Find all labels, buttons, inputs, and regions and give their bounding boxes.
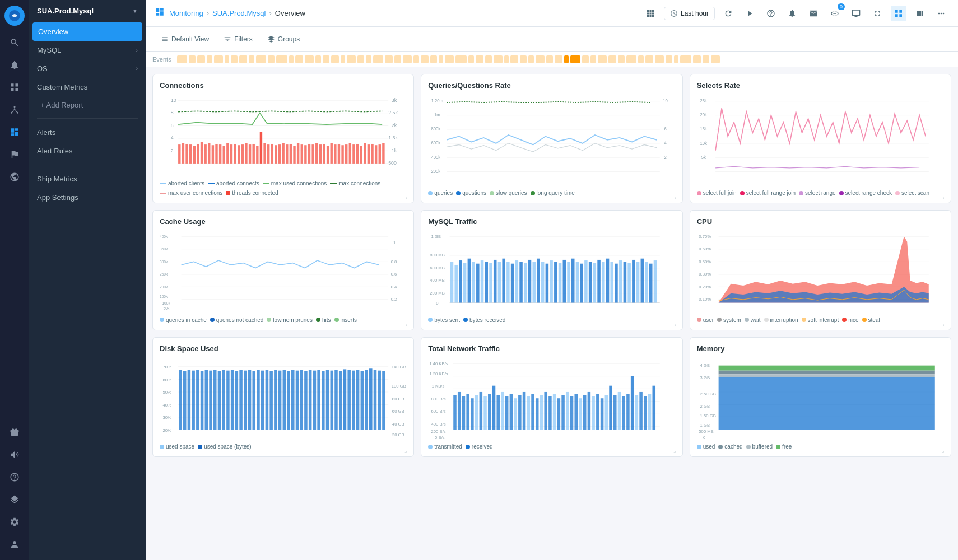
- nav-user-icon[interactable]: [4, 534, 25, 554]
- svg-rect-294: [527, 396, 531, 430]
- nav-gift-icon[interactable]: [4, 422, 25, 442]
- svg-rect-156: [537, 259, 541, 303]
- nav-dashboard-icon[interactable]: [4, 122, 25, 142]
- svg-rect-238: [278, 370, 282, 430]
- columns-btn[interactable]: [912, 6, 928, 21]
- sidebar-item-alert-rules[interactable]: Alert Rules: [29, 142, 146, 160]
- sidebar-item-os-label: OS: [37, 64, 48, 73]
- chart-connections-area: 10 8 6 4 2 3k 2.5k 2k 1.5k 1k 500: [160, 94, 407, 176]
- nav-layers-icon[interactable]: [4, 489, 25, 510]
- chart-mysql-traffic-legend: bytes sent bytes received: [428, 317, 675, 323]
- svg-rect-182: [649, 264, 653, 303]
- chart-cpu-resize[interactable]: ⌟: [942, 321, 948, 328]
- time-range-label: Last hour: [681, 10, 709, 17]
- svg-text:70%: 70%: [163, 365, 172, 370]
- more-options-btn[interactable]: [933, 6, 949, 21]
- breadcrumb-instance[interactable]: SUA.Prod.Mysql: [212, 9, 266, 17]
- sidebar-item-app-settings[interactable]: App Settings: [29, 188, 146, 207]
- sidebar-item-alerts[interactable]: Alerts: [29, 123, 146, 142]
- chart-cache-area: 400k 350k 300k 250k 200k 150k 100k 50k 0…: [160, 230, 407, 312]
- svg-rect-144: [485, 262, 489, 303]
- chart-queries-resize[interactable]: ⌟: [673, 194, 680, 200]
- svg-text:350k: 350k: [160, 247, 168, 251]
- svg-rect-243: [300, 370, 303, 430]
- svg-rect-311: [601, 398, 604, 430]
- filters-btn[interactable]: Filters: [217, 32, 259, 46]
- svg-rect-258: [365, 370, 368, 430]
- chart-disk-resize[interactable]: ⌟: [404, 447, 411, 454]
- svg-rect-44: [263, 143, 266, 164]
- svg-text:4 GB: 4 GB: [700, 363, 710, 368]
- svg-text:600 B/s: 600 B/s: [431, 409, 446, 414]
- groups-btn[interactable]: Groups: [261, 32, 306, 46]
- svg-rect-171: [602, 262, 605, 303]
- svg-rect-177: [628, 263, 631, 303]
- svg-text:800 B/s: 800 B/s: [431, 396, 446, 401]
- refresh-btn[interactable]: [720, 6, 736, 21]
- nav-grid-icon[interactable]: [4, 77, 25, 97]
- grid-view-btn[interactable]: [891, 6, 906, 21]
- svg-rect-63: [334, 144, 336, 164]
- time-range-selector[interactable]: Last hour: [664, 7, 715, 20]
- nav-alerts-icon[interactable]: [4, 55, 25, 75]
- app-logo[interactable]: [4, 6, 25, 26]
- sidebar-expand-icon[interactable]: ▼: [132, 8, 138, 14]
- svg-text:0.20%: 0.20%: [699, 284, 711, 290]
- svg-rect-223: [213, 370, 217, 430]
- desktop-btn[interactable]: [848, 6, 864, 21]
- svg-text:20 GB: 20 GB: [392, 432, 404, 437]
- sidebar-item-os[interactable]: OS ›: [29, 59, 146, 78]
- svg-rect-172: [606, 259, 610, 303]
- sidebar-item-ship-metrics[interactable]: Ship Metrics: [29, 170, 146, 188]
- svg-rect-289: [505, 396, 509, 430]
- chart-memory-resize[interactable]: ⌟: [942, 447, 948, 454]
- svg-rect-304: [570, 396, 574, 430]
- sidebar-add-report-btn[interactable]: + Add Report: [29, 96, 146, 114]
- svg-rect-234: [261, 370, 264, 430]
- notification-bell-btn[interactable]: [784, 6, 800, 21]
- svg-text:0.2: 0.2: [391, 297, 397, 302]
- chart-selects-resize[interactable]: ⌟: [942, 194, 948, 200]
- sidebar-item-overview[interactable]: Overview: [32, 22, 142, 41]
- svg-rect-244: [304, 371, 308, 430]
- sidebar-item-mysql[interactable]: MySQL ›: [29, 41, 146, 59]
- chart-cpu-legend: user system wait interruption soft inter…: [697, 317, 944, 323]
- default-view-btn[interactable]: Default View: [155, 32, 215, 46]
- svg-rect-309: [592, 396, 596, 430]
- nav-speaker-icon[interactable]: [4, 445, 25, 465]
- svg-text:0: 0: [703, 435, 706, 439]
- nav-globe-icon[interactable]: [4, 167, 25, 187]
- svg-text:1.5k: 1.5k: [388, 135, 398, 141]
- chart-disk-title: Disk Space Used: [160, 344, 407, 353]
- expand-btn[interactable]: [869, 6, 885, 21]
- link-btn[interactable]: 0: [827, 6, 843, 21]
- nav-settings-icon[interactable]: [4, 512, 25, 532]
- svg-text:100k: 100k: [162, 301, 170, 305]
- help-btn[interactable]: [763, 6, 779, 21]
- svg-rect-143: [481, 260, 484, 302]
- chart-connections-resize[interactable]: ⌟: [404, 194, 411, 200]
- nav-nodes-icon[interactable]: [4, 100, 25, 120]
- breadcrumb-monitoring[interactable]: Monitoring: [169, 9, 203, 17]
- sidebar-os-arrow: ›: [136, 66, 138, 72]
- svg-rect-37: [238, 145, 240, 164]
- svg-text:200k: 200k: [160, 285, 168, 289]
- chart-cache-resize[interactable]: ⌟: [404, 321, 411, 328]
- chart-mysql-traffic-resize[interactable]: ⌟: [673, 321, 680, 328]
- sidebar-header[interactable]: SUA.Prod.Mysql ▼: [29, 0, 146, 22]
- nav-help-icon[interactable]: [4, 467, 25, 487]
- chart-network-resize[interactable]: ⌟: [673, 447, 680, 454]
- apps-grid-btn[interactable]: [643, 6, 658, 21]
- email-btn[interactable]: [806, 6, 821, 21]
- svg-rect-302: [562, 395, 565, 430]
- nav-flag-icon[interactable]: [4, 144, 25, 165]
- svg-rect-142: [476, 264, 480, 303]
- nav-search-icon[interactable]: [4, 32, 25, 53]
- play-btn[interactable]: [742, 6, 757, 21]
- chart-connections-title: Connections: [160, 81, 407, 90]
- svg-rect-160: [554, 262, 557, 303]
- sidebar-item-custom-metrics[interactable]: Custom Metrics: [29, 78, 146, 96]
- svg-rect-147: [498, 262, 501, 303]
- svg-text:0.70%: 0.70%: [699, 234, 711, 239]
- svg-text:800 MB: 800 MB: [430, 253, 445, 258]
